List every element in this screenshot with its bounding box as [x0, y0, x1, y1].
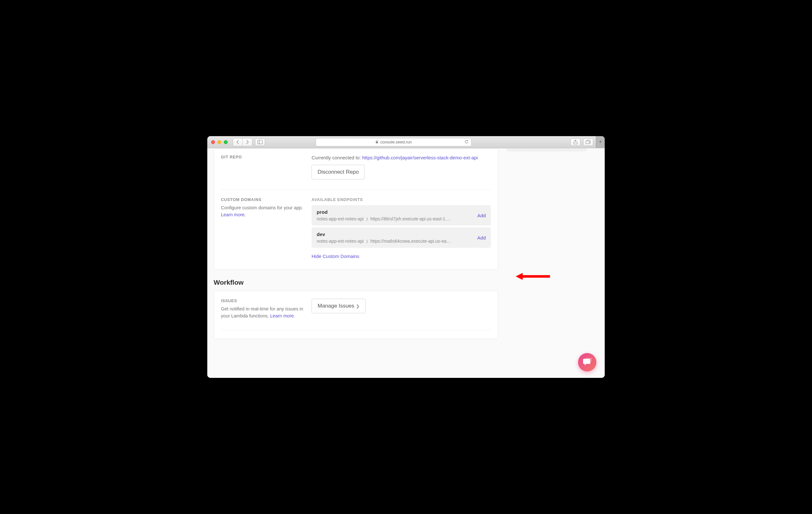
window-controls	[211, 140, 228, 144]
tabs-button[interactable]	[583, 138, 593, 146]
new-tab-button[interactable]: +	[596, 136, 605, 148]
disconnect-repo-button[interactable]: Disconnect Repo	[312, 165, 365, 179]
chat-widget-button[interactable]	[578, 353, 597, 372]
chevron-right-icon: ❯	[356, 304, 359, 309]
forward-button[interactable]	[242, 138, 252, 146]
section-divider	[221, 330, 491, 339]
custom-domains-heading: CUSTOM DOMAINS	[221, 198, 305, 202]
reload-button[interactable]	[464, 140, 469, 145]
endpoint-path: notes-app-ext-notes-api ❯ https://ma6s64…	[317, 238, 473, 244]
minimize-window-button[interactable]	[218, 140, 221, 144]
workflow-card: ISSUES Get notified in real-time for any…	[214, 291, 498, 339]
issues-section: ISSUES Get notified in real-time for any…	[221, 291, 491, 330]
hide-custom-domains-link[interactable]: Hide Custom Domains	[312, 254, 359, 259]
side-column	[504, 148, 605, 378]
lock-icon	[375, 140, 378, 144]
git-repo-section: GIT REPO Currently connected to: https:/…	[221, 148, 491, 190]
maximize-window-button[interactable]	[224, 140, 228, 144]
safari-window: console.seed.run + GIT REPO	[207, 136, 605, 378]
repo-link[interactable]: https://github.com/jayair/serverless-sta…	[362, 155, 477, 160]
address-bar[interactable]: console.seed.run	[316, 138, 471, 146]
custom-domains-description: Configure custom domains for your app. L…	[221, 204, 305, 219]
chevron-right-icon: ❯	[366, 239, 369, 243]
issues-learn-more-link[interactable]: Learn more.	[270, 313, 295, 318]
share-button[interactable]	[570, 138, 581, 146]
svg-rect-2	[376, 142, 378, 143]
nav-buttons	[233, 138, 253, 146]
endpoint-row-dev: dev notes-app-ext-notes-api ❯ https://ma…	[312, 227, 491, 248]
titlebar-right-controls: +	[570, 136, 601, 148]
back-button[interactable]	[233, 138, 242, 146]
connected-repo-text: Currently connected to: https://github.c…	[312, 155, 491, 160]
chevron-right-icon: ❯	[366, 217, 369, 221]
custom-domains-section: CUSTOM DOMAINS Configure custom domains …	[221, 190, 491, 269]
workflow-heading: Workflow	[214, 279, 498, 286]
issues-description: Get notified in real-time for any issues…	[221, 306, 305, 320]
custom-domains-learn-more-link[interactable]: Learn more.	[221, 212, 246, 217]
issues-heading: ISSUES	[221, 299, 305, 303]
page-content: GIT REPO Currently connected to: https:/…	[207, 148, 605, 378]
settings-card: GIT REPO Currently connected to: https:/…	[214, 148, 498, 270]
available-endpoints-heading: AVAILABLE ENDPOINTS	[312, 198, 491, 202]
side-panel-placeholder	[506, 148, 587, 151]
address-bar-url: console.seed.run	[380, 140, 412, 144]
close-window-button[interactable]	[211, 140, 215, 144]
add-domain-button-prod[interactable]: Add	[477, 213, 486, 218]
endpoint-list: prod notes-app-ext-notes-api ❯ https://8…	[312, 205, 491, 248]
endpoint-name: prod	[317, 209, 473, 215]
browser-titlebar: console.seed.run +	[207, 136, 605, 148]
endpoint-path: notes-app-ext-notes-api ❯ https://8itrsl…	[317, 216, 473, 221]
svg-rect-3	[586, 141, 589, 144]
git-repo-heading: GIT REPO	[221, 155, 305, 159]
manage-issues-button[interactable]: Manage Issues ❯	[312, 299, 366, 313]
endpoint-name: dev	[317, 232, 473, 237]
svg-rect-0	[258, 140, 263, 144]
endpoint-row-prod: prod notes-app-ext-notes-api ❯ https://8…	[312, 205, 491, 226]
add-domain-button-dev[interactable]: Add	[477, 235, 486, 240]
sidebar-toggle-button[interactable]	[255, 138, 265, 146]
